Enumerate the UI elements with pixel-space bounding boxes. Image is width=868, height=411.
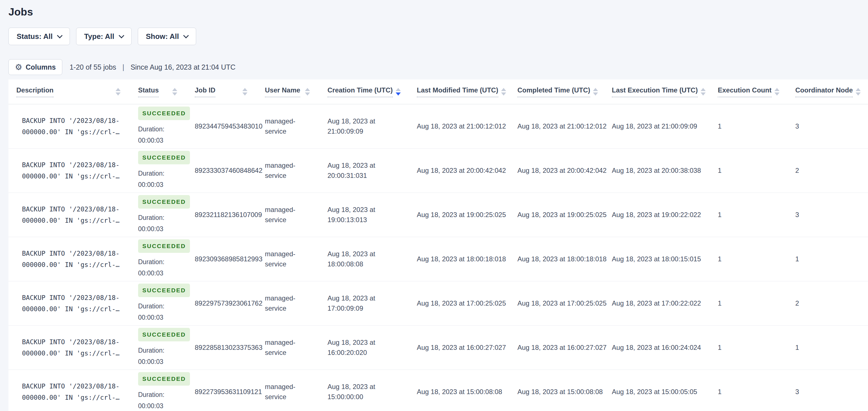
cell-execution-count: 1: [710, 298, 787, 309]
cell-last-execution-time: Aug 18, 2023 at 19:00:22:022: [604, 210, 710, 220]
column-header[interactable]: Last Execution Time (UTC): [604, 86, 710, 97]
cell-status: SUCCEEDED Duration: 00:00:03: [130, 372, 187, 411]
column-header[interactable]: Execution Count: [710, 86, 787, 97]
cell-execution-count: 1: [710, 387, 787, 397]
cell-description: BACKUP INTO '/2023/08/18-000000.00' IN '…: [8, 115, 130, 138]
sort-asc-icon: [116, 88, 121, 91]
cell-coordinator-node: 3: [787, 121, 868, 131]
cell-last-modified-time: Aug 18, 2023 at 16:00:27:027: [409, 343, 509, 353]
cell-last-execution-time: Aug 18, 2023 at 17:00:22:022: [604, 298, 710, 309]
sort-asc-icon: [242, 88, 247, 91]
cell-execution-count: 1: [710, 343, 787, 353]
column-header[interactable]: Coordinator Node: [787, 86, 868, 97]
sort-asc-icon: [593, 88, 598, 91]
column-header[interactable]: Job ID: [187, 86, 257, 97]
show-filter-label: Show: All: [146, 32, 179, 41]
cell-description: BACKUP INTO '/2023/08/18-000000.00' IN '…: [8, 381, 130, 403]
cell-status: SUCCEEDED Duration: 00:00:03: [130, 284, 187, 323]
cell-job-id: 892309368985812993: [187, 254, 257, 264]
summary-separator: |: [122, 63, 124, 71]
sort-desc-icon: [305, 92, 310, 95]
table-row: BACKUP INTO '/2023/08/18-000000.00' IN '…: [8, 104, 868, 149]
jobs-table: Description Status Job ID User Name Crea…: [8, 80, 868, 411]
cell-description: BACKUP INTO '/2023/08/18-000000.00' IN '…: [8, 159, 130, 182]
duration-value: 00:00:03: [138, 223, 187, 235]
cell-completed-time: Aug 18, 2023 at 15:00:08:08: [509, 387, 604, 397]
duration-value: 00:00:03: [138, 135, 187, 146]
cell-completed-time: Aug 18, 2023 at 18:00:18:018: [509, 254, 604, 264]
sort-desc-icon: [856, 92, 861, 95]
table-row: BACKUP INTO '/2023/08/18-000000.00' IN '…: [8, 326, 868, 370]
cell-job-id: 892273953631109121: [187, 387, 257, 397]
sort-asc-icon: [701, 88, 706, 91]
duration-value: 00:00:03: [138, 267, 187, 279]
table-row: BACKUP INTO '/2023/08/18-000000.00' IN '…: [8, 281, 868, 326]
table-row: BACKUP INTO '/2023/08/18-000000.00' IN '…: [8, 193, 868, 237]
duration-value: 00:00:03: [138, 179, 187, 190]
column-header[interactable]: Completed Time (UTC): [509, 86, 604, 97]
cell-coordinator-node: 3: [787, 210, 868, 220]
columns-button[interactable]: ⚙ Columns: [8, 59, 62, 75]
cell-description: BACKUP INTO '/2023/08/18-000000.00' IN '…: [8, 336, 130, 359]
sort-desc-icon: [242, 92, 247, 95]
table-row: BACKUP INTO '/2023/08/18-000000.00' IN '…: [8, 149, 868, 193]
column-header[interactable]: Creation Time (UTC): [319, 86, 409, 97]
page-title: Jobs: [8, 6, 868, 18]
cell-job-id: 892333037460848642: [187, 166, 257, 176]
column-header[interactable]: Status: [130, 86, 187, 97]
duration-label: Duration:: [138, 212, 187, 223]
cell-completed-time: Aug 18, 2023 at 19:00:25:025: [509, 210, 604, 220]
cell-coordinator-node: 2: [787, 298, 868, 309]
cell-user-name: managed-service: [257, 337, 319, 358]
cell-last-execution-time: Aug 18, 2023 at 15:00:05:05: [604, 387, 710, 397]
cell-user-name: managed-service: [257, 205, 319, 225]
type-filter-dropdown[interactable]: Type: All: [76, 28, 132, 45]
sort-asc-icon: [501, 88, 506, 91]
cell-completed-time: Aug 18, 2023 at 20:00:42:042: [509, 166, 604, 176]
cell-coordinator-node: 3: [787, 387, 868, 397]
table-toolbar: ⚙ Columns 1-20 of 55 jobs | Since Aug 16…: [8, 59, 868, 75]
sort-icon: [242, 88, 247, 95]
sort-icon: [701, 88, 706, 95]
cell-creation-time: Aug 18, 2023 at 18:00:08:08: [319, 249, 409, 269]
cell-completed-time: Aug 18, 2023 at 16:00:27:027: [509, 343, 604, 353]
sort-desc-icon: [501, 92, 506, 95]
column-header[interactable]: Last Modified Time (UTC): [409, 86, 509, 97]
type-filter-label: Type: All: [84, 32, 115, 41]
sort-asc-icon: [172, 88, 177, 91]
sort-desc-icon: [172, 92, 177, 95]
status-badge: SUCCEEDED: [138, 195, 190, 209]
table-row: BACKUP INTO '/2023/08/18-000000.00' IN '…: [8, 237, 868, 281]
cell-user-name: managed-service: [257, 160, 319, 181]
show-filter-dropdown[interactable]: Show: All: [138, 28, 196, 45]
cell-creation-time: Aug 18, 2023 at 17:00:09:09: [319, 293, 409, 314]
cell-execution-count: 1: [710, 166, 787, 176]
cell-status: SUCCEEDED Duration: 00:00:03: [130, 151, 187, 190]
cell-completed-time: Aug 18, 2023 at 17:00:25:025: [509, 298, 604, 309]
sort-asc-icon: [856, 88, 861, 91]
column-header[interactable]: User Name: [257, 86, 319, 97]
sort-icon: [501, 88, 506, 95]
cell-last-modified-time: Aug 18, 2023 at 18:00:18:018: [409, 254, 509, 264]
cell-description: BACKUP INTO '/2023/08/18-000000.00' IN '…: [8, 248, 130, 271]
cell-coordinator-node: 1: [787, 254, 868, 264]
cell-job-id: 892285813023375363: [187, 343, 257, 353]
cell-user-name: managed-service: [257, 382, 319, 402]
column-header[interactable]: Description: [8, 86, 130, 97]
duration-label: Duration:: [138, 389, 187, 400]
filters-row: Status: All Type: All Show: All: [8, 28, 868, 45]
status-filter-dropdown[interactable]: Status: All: [8, 28, 70, 45]
cell-job-id: 892297573923061762: [187, 298, 257, 309]
duration-label: Duration:: [138, 123, 187, 135]
chevron-down-icon: [183, 33, 189, 38]
cell-coordinator-node: 1: [787, 343, 868, 353]
sort-desc-icon: [593, 92, 598, 95]
cell-last-modified-time: Aug 18, 2023 at 17:00:25:025: [409, 298, 509, 309]
sort-icon: [856, 88, 861, 95]
cell-creation-time: Aug 18, 2023 at 15:00:00:00: [319, 382, 409, 402]
sort-icon: [396, 88, 401, 95]
status-badge: SUCCEEDED: [138, 284, 190, 297]
cell-execution-count: 1: [710, 121, 787, 131]
duration-label: Duration:: [138, 345, 187, 356]
duration-value: 00:00:03: [138, 356, 187, 367]
